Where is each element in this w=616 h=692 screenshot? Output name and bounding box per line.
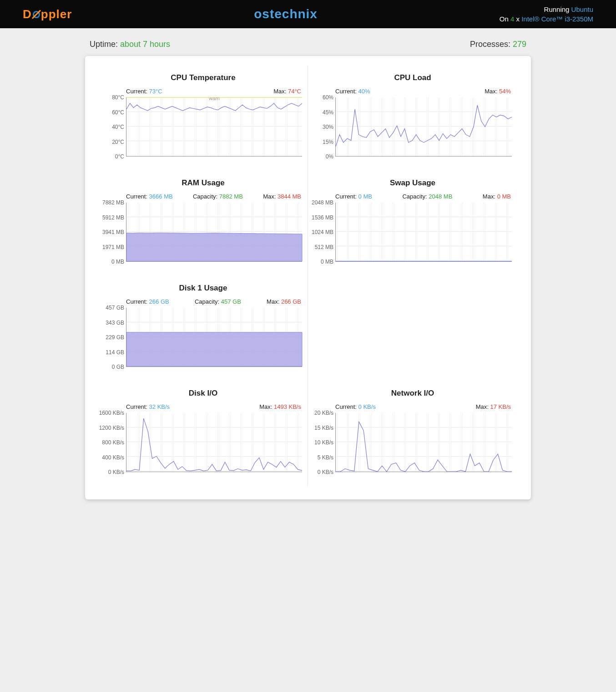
max: Max: 3844 MB [263, 193, 301, 200]
processes: Processes: 279 [470, 40, 526, 49]
dashboard: CPU Temperature Current: 73°C Max: 74°C … [85, 56, 531, 499]
max: Max: 74°C [273, 88, 301, 95]
current: Current: 0 KB/s [335, 403, 376, 410]
uptime: Uptime: about 7 hours [90, 40, 170, 49]
max: Max: 0 MB [483, 193, 511, 200]
capacity: Capacity: 2048 MB [402, 193, 452, 200]
y-axis: 2048 MB1536 MB1024 MB512 MB0 MB [313, 203, 335, 262]
processes-label: Processes: [470, 40, 510, 49]
current: Current: 0 MB [335, 193, 372, 200]
uptime-label: Uptime: [90, 40, 118, 49]
uptime-value: about 7 hours [120, 40, 170, 49]
current: Current: 266 GB [126, 298, 169, 305]
on-label: On [500, 15, 509, 23]
current: Current: 73°C [126, 88, 162, 95]
panel-empty [308, 275, 517, 381]
brand-logo: Dppler [23, 7, 72, 21]
topbar: Dppler ostechnix Running Ubuntu On 4 x I… [0, 0, 616, 28]
y-axis: 80°C60°C40°C20°C0°C [104, 97, 126, 157]
y-axis: 7882 MB5912 MB3941 MB1971 MB0 MB [104, 203, 126, 262]
capacity: Capacity: 457 GB [195, 298, 241, 305]
chart: warn [126, 97, 302, 157]
cpu-model: Intel® Core™ i3-2350M [521, 15, 593, 23]
running-label: Running [544, 5, 570, 13]
hostname: ostechnix [254, 7, 318, 21]
core-count: 4 [510, 15, 514, 23]
panel-disk1: Disk 1 Usage Current: 266 GB Capacity: 4… [99, 275, 308, 381]
current: Current: 40% [335, 88, 370, 95]
max: Max: 54% [485, 88, 511, 95]
panel-diskio: Disk I/O Current: 32 KB/s Max: 1493 KB/s… [99, 381, 308, 486]
y-axis: 1600 KB/s1200 KB/s800 KB/s400 KB/s0 KB/s [104, 413, 126, 472]
panel-title: CPU Load [313, 73, 512, 82]
chart [126, 308, 302, 367]
panel-cpu-temp: CPU Temperature Current: 73°C Max: 74°C … [99, 65, 308, 170]
max: Max: 266 GB [267, 298, 301, 305]
panel-title: CPU Temperature [104, 73, 302, 82]
times-symbol: x [516, 15, 520, 23]
capacity: Capacity: 7882 MB [193, 193, 243, 200]
panel-title: Disk I/O [104, 389, 302, 398]
chart [126, 203, 302, 262]
current: Current: 32 KB/s [126, 403, 170, 410]
current: Current: 3666 MB [126, 193, 173, 200]
chart [335, 97, 512, 157]
chart [126, 413, 302, 472]
processes-value: 279 [513, 40, 526, 49]
panel-netio: Network I/O Current: 0 KB/s Max: 17 KB/s… [308, 381, 517, 486]
y-axis: 457 GB343 GB229 GB114 GB0 GB [104, 308, 126, 367]
panel-title: Swap Usage [313, 178, 512, 188]
chart [335, 203, 512, 262]
meta-row: Uptime: about 7 hours Processes: 279 [85, 40, 531, 49]
y-axis: 60%45%30%15%0% [313, 97, 335, 157]
system-info: Running Ubuntu On 4 x Intel® Core™ i3-23… [500, 5, 593, 24]
max: Max: 17 KB/s [476, 403, 511, 410]
panel-cpu-load: CPU Load Current: 40% Max: 54% 60%45%30%… [308, 65, 517, 170]
panel-title: Network I/O [313, 389, 512, 398]
panel-title: Disk 1 Usage [104, 284, 302, 293]
chart [335, 413, 512, 472]
panel-swap: Swap Usage Current: 0 MB Capacity: 2048 … [308, 170, 517, 275]
os-name: Ubuntu [571, 5, 593, 13]
max: Max: 1493 KB/s [259, 403, 301, 410]
y-axis: 20 KB/s15 KB/s10 KB/s5 KB/s0 KB/s [313, 413, 335, 472]
panel-title: RAM Usage [104, 178, 302, 188]
panel-ram: RAM Usage Current: 3666 MB Capacity: 788… [99, 170, 308, 275]
